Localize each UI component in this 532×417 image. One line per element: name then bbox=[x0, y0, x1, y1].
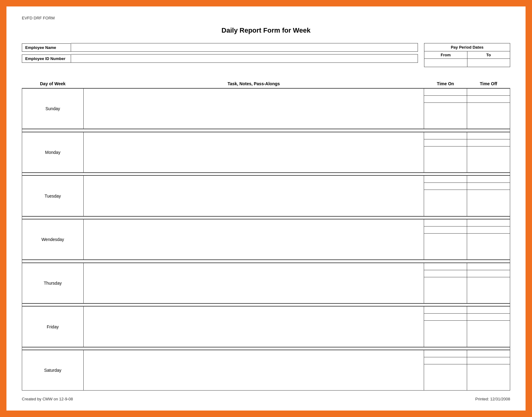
time-on-line bbox=[424, 219, 467, 227]
separator-cell bbox=[467, 216, 510, 219]
tasks-cell[interactable] bbox=[84, 306, 424, 347]
table-header-row: Day of Week Task, Notes, Pass-Alongs Tim… bbox=[22, 79, 510, 88]
top-fields: Employee Name Employee ID Number Pay Per… bbox=[22, 43, 510, 67]
time-off-cell[interactable] bbox=[467, 263, 510, 303]
separator-row bbox=[22, 129, 510, 132]
table-row: Wendesday bbox=[22, 219, 510, 260]
time-on-line bbox=[424, 321, 467, 327]
employee-id-input[interactable] bbox=[71, 54, 418, 63]
day-name-cell: Tuesday bbox=[22, 175, 84, 216]
employee-name-row: Employee Name bbox=[22, 43, 418, 52]
separator-cell bbox=[22, 216, 84, 219]
separator-row bbox=[22, 173, 510, 175]
time-off-cell[interactable] bbox=[467, 350, 510, 390]
time-on-line bbox=[424, 234, 467, 240]
time-off-cell[interactable] bbox=[467, 132, 510, 173]
col-header-day: Day of Week bbox=[22, 79, 84, 88]
time-off-line bbox=[467, 89, 510, 96]
time-off-line bbox=[467, 183, 510, 190]
time-on-line bbox=[424, 176, 467, 183]
time-off-line bbox=[467, 96, 510, 103]
tasks-cell[interactable] bbox=[84, 175, 424, 216]
pay-period-section: Pay Period Dates From To bbox=[424, 43, 510, 67]
time-on-line bbox=[424, 307, 467, 314]
form-header-label: EVFD DRF FORM bbox=[22, 16, 510, 20]
inner-frame: EVFD DRF FORM Daily Report Form for Week… bbox=[6, 6, 526, 411]
time-off-line bbox=[467, 357, 510, 364]
col-header-timeoff: Time Off bbox=[467, 79, 510, 88]
pay-period-title: Pay Period Dates bbox=[424, 43, 510, 51]
from-input[interactable] bbox=[424, 59, 467, 67]
time-off-line bbox=[467, 146, 510, 153]
separator-cell bbox=[84, 129, 424, 132]
time-on-cell[interactable] bbox=[424, 175, 467, 216]
time-off-cell[interactable] bbox=[467, 219, 510, 260]
time-on-cell[interactable] bbox=[424, 132, 467, 173]
time-on-line bbox=[424, 357, 467, 364]
separator-cell bbox=[22, 260, 84, 263]
time-on-line bbox=[424, 146, 467, 153]
employee-id-row: Employee ID Number bbox=[22, 54, 418, 63]
time-on-line bbox=[424, 263, 467, 270]
tasks-cell[interactable] bbox=[84, 88, 424, 129]
separator-cell bbox=[467, 347, 510, 350]
main-table: Day of Week Task, Notes, Pass-Alongs Tim… bbox=[22, 79, 510, 391]
separator-cell bbox=[84, 173, 424, 175]
time-on-line bbox=[424, 96, 467, 103]
separator-cell bbox=[22, 303, 84, 306]
to-input[interactable] bbox=[467, 59, 510, 67]
separator-cell bbox=[84, 260, 424, 263]
time-off-line bbox=[467, 364, 510, 371]
time-off-line bbox=[467, 307, 510, 314]
day-name-cell: Saturday bbox=[22, 350, 84, 390]
time-on-cell[interactable] bbox=[424, 88, 467, 129]
time-off-cell[interactable] bbox=[467, 306, 510, 347]
day-name-cell: Monday bbox=[22, 132, 84, 173]
tasks-cell[interactable] bbox=[84, 132, 424, 173]
form-title: Daily Report Form for Week bbox=[22, 26, 510, 34]
separator-row bbox=[22, 347, 510, 350]
separator-row bbox=[22, 216, 510, 219]
separator-cell bbox=[424, 216, 467, 219]
time-off-cell[interactable] bbox=[467, 88, 510, 129]
separator-row bbox=[22, 303, 510, 306]
employee-name-input[interactable] bbox=[71, 43, 418, 52]
day-name-cell: Friday bbox=[22, 306, 84, 347]
tasks-cell[interactable] bbox=[84, 219, 424, 260]
time-on-line bbox=[424, 190, 467, 197]
time-on-line bbox=[424, 89, 467, 96]
separator-cell bbox=[22, 347, 84, 350]
time-off-line bbox=[467, 139, 510, 146]
footer: Created by CMW on 12-9-08 Printed: 12/31… bbox=[22, 397, 510, 401]
time-off-line bbox=[467, 350, 510, 357]
to-label: To bbox=[467, 51, 510, 59]
tasks-cell[interactable] bbox=[84, 350, 424, 390]
time-off-line bbox=[467, 132, 510, 139]
time-on-line bbox=[424, 350, 467, 357]
time-off-line bbox=[467, 190, 510, 197]
time-on-cell[interactable] bbox=[424, 263, 467, 303]
tasks-cell[interactable] bbox=[84, 263, 424, 303]
table-row: Tuesday bbox=[22, 175, 510, 216]
time-on-cell[interactable] bbox=[424, 306, 467, 347]
time-on-line bbox=[424, 139, 467, 146]
table-row: Friday bbox=[22, 306, 510, 347]
table-row: Monday bbox=[22, 132, 510, 173]
separator-cell bbox=[467, 173, 510, 175]
separator-cell bbox=[424, 303, 467, 306]
employee-fields: Employee Name Employee ID Number bbox=[22, 43, 418, 63]
separator-cell bbox=[84, 347, 424, 350]
separator-cell bbox=[424, 260, 467, 263]
footer-right: Printed: 12/31/2008 bbox=[475, 397, 510, 401]
time-off-cell[interactable] bbox=[467, 175, 510, 216]
time-off-line bbox=[467, 234, 510, 240]
col-header-timeon: Time On bbox=[424, 79, 467, 88]
time-on-line bbox=[424, 270, 467, 277]
time-off-line bbox=[467, 277, 510, 284]
time-on-cell[interactable] bbox=[424, 350, 467, 390]
time-on-cell[interactable] bbox=[424, 219, 467, 260]
day-name-cell: Wendesday bbox=[22, 219, 84, 260]
time-off-line bbox=[467, 103, 510, 110]
separator-cell bbox=[424, 129, 467, 132]
separator-cell bbox=[467, 129, 510, 132]
